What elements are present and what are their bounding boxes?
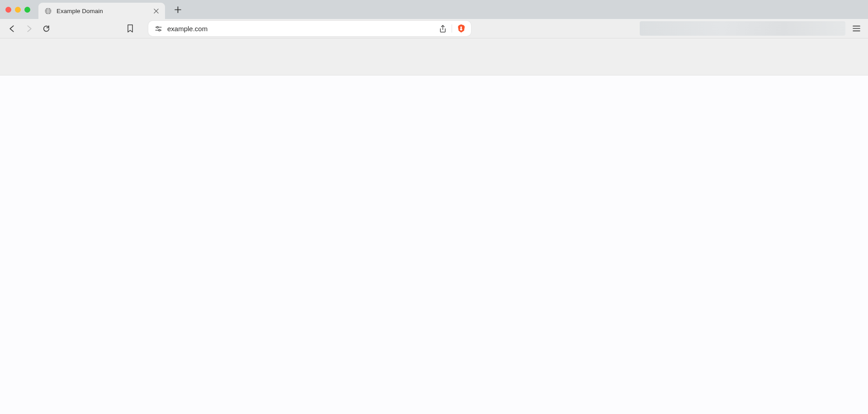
tab-title: Example Domain — [57, 8, 152, 14]
tab-strip: Example Domain — [0, 0, 868, 19]
tab-close-button[interactable] — [152, 7, 160, 14]
forward-button[interactable] — [22, 21, 36, 36]
browser-tab[interactable]: Example Domain — [38, 3, 165, 19]
url-text: example.com — [167, 25, 434, 33]
window-minimize-button[interactable] — [15, 7, 21, 13]
tune-icon[interactable] — [154, 24, 163, 33]
window-controls — [5, 7, 30, 13]
reload-button[interactable] — [39, 21, 53, 36]
menu-button[interactable] — [849, 21, 863, 36]
bookmark-button[interactable] — [123, 21, 137, 36]
redacted-region — [640, 21, 845, 36]
svg-point-1 — [156, 26, 158, 28]
globe-icon — [44, 7, 52, 15]
page-content — [0, 75, 868, 414]
divider — [452, 24, 452, 33]
address-bar[interactable]: example.com — [148, 21, 471, 36]
new-tab-button[interactable] — [171, 3, 184, 16]
toolbar-right — [474, 21, 863, 36]
window-close-button[interactable] — [5, 7, 11, 13]
back-button[interactable] — [5, 21, 19, 36]
toolbar: example.com — [0, 19, 868, 38]
bookmarks-bar — [0, 38, 868, 75]
svg-point-2 — [158, 29, 160, 31]
window-zoom-button[interactable] — [24, 7, 30, 13]
share-icon[interactable] — [438, 24, 447, 33]
brave-shield-icon[interactable] — [457, 24, 466, 33]
